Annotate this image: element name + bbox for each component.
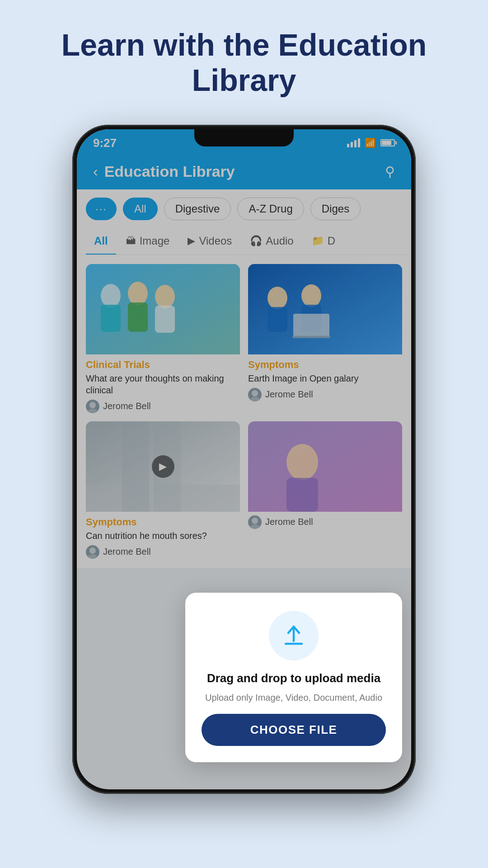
upload-arrow-icon xyxy=(280,622,307,649)
upload-icon-circle xyxy=(269,611,319,660)
choose-file-button[interactable]: CHOOSE FILE xyxy=(202,714,386,746)
modal-overlay: Drag and drop to upload media Upload onl… xyxy=(77,129,411,789)
upload-title: Drag and drop to upload media xyxy=(207,671,380,685)
upload-subtitle: Upload only Image, Video, Document, Audi… xyxy=(205,693,382,703)
page-title: Learn with the Education Library xyxy=(25,27,463,98)
phone-inner: 9:27 📶 ‹ Education Library ⚲ xyxy=(77,129,411,789)
phone-shell: 9:27 📶 ‹ Education Library ⚲ xyxy=(72,125,416,794)
upload-modal: Drag and drop to upload media Upload onl… xyxy=(185,593,402,762)
